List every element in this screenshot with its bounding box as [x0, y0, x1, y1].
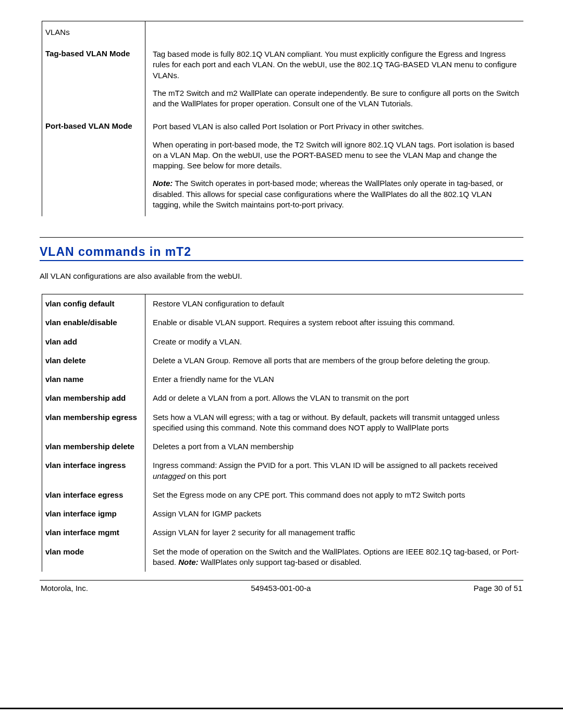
- cmd-term: vlan mode: [42, 542, 145, 572]
- cmd-term: vlan interface mgmt: [42, 523, 145, 542]
- cmd-row: vlan interface egress Set the Egress mod…: [42, 486, 523, 504]
- cmd-desc: Assign VLAN for IGMP packets: [145, 504, 523, 523]
- cmd-term: vlan membership delete: [42, 437, 145, 456]
- desc-post: WallPlates only support tag-based or dis…: [199, 558, 362, 566]
- para: When operating in port-based mode, the T…: [153, 140, 520, 171]
- cmd-row: vlan interface igmp Assign VLAN for IGMP…: [42, 504, 523, 523]
- page-bottom-rule: [0, 708, 563, 709]
- note-label: Note:: [178, 558, 198, 566]
- intro-text: All VLAN configurations are also availab…: [40, 272, 523, 280]
- footer-left: Motorola, Inc.: [41, 584, 88, 593]
- cmd-row: vlan membership add Add or delete a VLAN…: [42, 389, 523, 408]
- page: VLANs Tag-based VLAN Mode Tag based mode…: [0, 0, 563, 728]
- cmd-desc: Set the mode of operation on the Switch …: [145, 542, 523, 572]
- mode-term: Port-based VLAN Mode: [42, 115, 145, 216]
- cmd-desc: Set the Egress mode on any CPE port. Thi…: [145, 486, 523, 504]
- note-label: Note:: [153, 179, 173, 188]
- cmd-desc: Sets how a VLAN will egress; with a tag …: [145, 408, 523, 438]
- section-label: VLANs: [42, 21, 145, 43]
- cmd-desc: Assign VLAN for layer 2 security for all…: [145, 523, 523, 542]
- cmd-term: vlan name: [42, 370, 145, 389]
- cmd-desc: Restore VLAN configuration to default: [145, 294, 523, 313]
- heading-underline: [40, 260, 523, 261]
- cmd-term: vlan add: [42, 332, 145, 351]
- cmd-desc: Enable or disable VLAN support. Requires…: [145, 313, 523, 332]
- cmd-row: vlan membership delete Deletes a port fr…: [42, 437, 523, 456]
- cmd-row: vlan config default Restore VLAN configu…: [42, 294, 523, 313]
- footer-divider: [40, 580, 523, 581]
- note-text: The Switch operates in port-based mode; …: [153, 179, 503, 209]
- cmd-row: vlan mode Set the mode of operation on t…: [42, 542, 523, 572]
- cmd-row: vlan interface mgmt Assign VLAN for laye…: [42, 523, 523, 542]
- mode-term: Tag-based VLAN Mode: [42, 43, 145, 115]
- divider: [40, 237, 523, 238]
- cmd-desc: Add or delete a VLAN from a port. Allows…: [145, 389, 523, 408]
- desc-post: on this port: [186, 472, 226, 480]
- footer-right: Page 30 of 51: [474, 584, 522, 593]
- cmd-term: vlan interface igmp: [42, 504, 145, 523]
- cmd-desc: Create or modify a VLAN.: [145, 332, 523, 351]
- cmd-term: vlan interface ingress: [42, 456, 145, 486]
- footer: Motorola, Inc. 549453-001-00-a Page 30 o…: [40, 584, 523, 593]
- cmd-desc: Enter a friendly name for the VLAN: [145, 370, 523, 389]
- cmd-term: vlan interface egress: [42, 486, 145, 504]
- cmd-term: vlan enable/disable: [42, 313, 145, 332]
- footer-mid: 549453-001-00-a: [251, 584, 311, 593]
- cmd-desc: Ingress command: Assign the PVID for a p…: [145, 456, 523, 486]
- mode-desc: Tag based mode is fully 802.1Q VLAN comp…: [145, 43, 523, 115]
- cmd-row: vlan membership egress Sets how a VLAN w…: [42, 408, 523, 438]
- cmd-desc: Delete a VLAN Group. Remove all ports th…: [145, 351, 523, 370]
- mode-table: VLANs Tag-based VLAN Mode Tag based mode…: [42, 21, 523, 216]
- desc-pre: Ingress command: Assign the PVID for a p…: [153, 461, 498, 470]
- table-header-row: VLANs: [42, 21, 523, 43]
- cmd-term: vlan config default: [42, 294, 145, 313]
- mode-desc: Port based VLAN is also called Port Isol…: [145, 115, 523, 216]
- mode-row: Tag-based VLAN Mode Tag based mode is fu…: [42, 43, 523, 115]
- cmd-row: vlan enable/disable Enable or disable VL…: [42, 313, 523, 332]
- section-heading: VLAN commands in mT2: [40, 245, 523, 259]
- empty-cell: [145, 21, 523, 43]
- desc-ital: untagged: [153, 472, 186, 480]
- para: Tag based mode is fully 802.1Q VLAN comp…: [153, 49, 520, 81]
- note-para: Note: The Switch operates in port-based …: [153, 178, 520, 210]
- cmd-row: vlan interface ingress Ingress command: …: [42, 456, 523, 486]
- cmd-term: vlan membership egress: [42, 408, 145, 438]
- command-table: vlan config default Restore VLAN configu…: [42, 294, 523, 572]
- cmd-desc: Deletes a port from a VLAN membership: [145, 437, 523, 456]
- cmd-row: vlan name Enter a friendly name for the …: [42, 370, 523, 389]
- cmd-row: vlan delete Delete a VLAN Group. Remove …: [42, 351, 523, 370]
- cmd-row: vlan add Create or modify a VLAN.: [42, 332, 523, 351]
- para: Port based VLAN is also called Port Isol…: [153, 121, 520, 132]
- mode-row: Port-based VLAN Mode Port based VLAN is …: [42, 115, 523, 216]
- cmd-term: vlan delete: [42, 351, 145, 370]
- para: The mT2 Switch and m2 WallPlate can oper…: [153, 88, 520, 109]
- cmd-term: vlan membership add: [42, 389, 145, 408]
